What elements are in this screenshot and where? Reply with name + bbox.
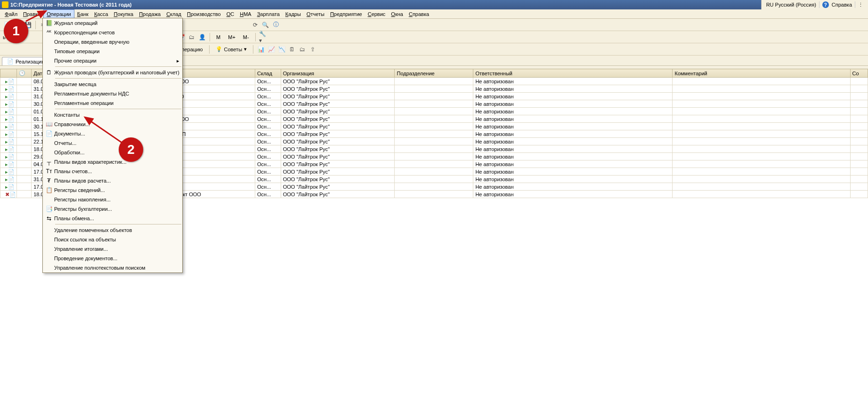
chart-icon[interactable]: 📊 <box>257 45 265 54</box>
menu-кадры[interactable]: Кадры <box>283 9 304 18</box>
separator <box>855 1 855 8</box>
cell <box>850 130 868 138</box>
menu-банк[interactable]: Банк <box>74 9 91 18</box>
cell <box>395 168 473 176</box>
menu-предприятие[interactable]: Предприятие <box>327 9 365 18</box>
chart5-icon[interactable]: 🗂 <box>298 45 307 54</box>
menu-item[interactable]: 📗Журнал операций <box>43 18 182 28</box>
cell <box>673 138 850 145</box>
refresh-icon[interactable]: ⟳ <box>251 21 260 29</box>
menu-item[interactable]: Поиск ссылок на объекты <box>43 235 182 244</box>
cell: ООО "Лайтрок Рус" <box>281 138 395 145</box>
window-title: 1С:Предприятие - Новая Тестовая (с 2011 … <box>10 2 131 8</box>
menu-item[interactable]: Закрытие месяца <box>43 80 182 89</box>
menu-продажа[interactable]: Продажа <box>136 9 163 18</box>
language-indicator[interactable]: RU Русский (Россия) <box>766 2 816 8</box>
cell <box>673 123 850 130</box>
separator <box>210 33 210 41</box>
mem-mplus[interactable]: M+ <box>225 33 238 41</box>
card-icon[interactable]: 🗂 <box>187 33 196 41</box>
menu-item[interactable]: Операции, введенные вручную <box>43 37 182 47</box>
cell: ООО "Лайтрок Рус" <box>281 160 395 168</box>
cell <box>395 160 473 168</box>
menu-item[interactable]: 📄Документы... <box>43 129 182 138</box>
menu-separator <box>55 78 181 79</box>
cell: Осн... <box>255 85 281 93</box>
user-icon[interactable]: 👤 <box>198 33 206 41</box>
col-header[interactable]: Со <box>850 69 868 78</box>
menu-item[interactable]: Константы <box>43 110 182 120</box>
menu-item[interactable]: Прочие операции▸ <box>43 56 182 65</box>
chart6-icon[interactable]: ⇪ <box>308 45 317 54</box>
sovety-button[interactable]: 💡 Советы ▾ <box>213 45 250 53</box>
col-header[interactable]: Комментарий <box>673 69 850 78</box>
menu-ос[interactable]: ОС <box>224 9 237 18</box>
menu-покупка[interactable]: Покупка <box>111 9 137 18</box>
menu-item[interactable]: ТтПланы счетов... <box>43 167 182 176</box>
menu-item[interactable]: Отчеты... <box>43 138 182 148</box>
cell <box>850 168 868 176</box>
chart4-icon[interactable]: 🗓 <box>288 45 296 54</box>
cell: ООО "Лайтрок Рус" <box>281 78 395 85</box>
menu-item-label: Планы видов расчета... <box>54 178 179 184</box>
menu-item[interactable]: ┬Планы видов характеристик... <box>43 157 182 167</box>
col-header[interactable] <box>0 69 17 78</box>
menu-item[interactable]: Типовые операции <box>43 47 182 56</box>
cell <box>673 145 850 153</box>
menu-item[interactable]: Регистры накопления... <box>43 195 182 204</box>
tool-icon[interactable]: 🔧▾ <box>259 33 268 41</box>
menu-правка[interactable]: Правка <box>20 9 43 18</box>
menu-item-icon: Тт <box>44 168 54 175</box>
menu-зарплата[interactable]: Зарплата <box>254 9 283 18</box>
menu-файл[interactable]: Файл <box>2 9 20 18</box>
chart3-icon[interactable]: 📉 <box>277 45 286 54</box>
menu-item[interactable]: ₮Планы видов расчета... <box>43 176 182 185</box>
menu-item[interactable]: Управление полнотекстовым поиском <box>43 263 182 272</box>
separator <box>253 45 253 54</box>
menu-item[interactable]: Регламентные операции <box>43 98 182 108</box>
find-icon[interactable]: 🔍 <box>261 21 270 29</box>
col-header[interactable]: Организация <box>281 69 395 78</box>
menu-item-icon: 📑 <box>44 206 54 212</box>
mem-m[interactable]: M <box>213 33 223 41</box>
menu-item[interactable]: Проведение документов... <box>43 254 182 263</box>
cell <box>850 93 868 100</box>
menu-item[interactable]: 📋Регистры сведений... <box>43 185 182 195</box>
menu-item[interactable]: Управление итогами... <box>43 244 182 254</box>
menu-item[interactable]: 📖Справочники... <box>43 120 182 129</box>
col-header[interactable]: 🕒 <box>16 69 32 78</box>
menu-item-icon: 📄 <box>44 130 54 137</box>
cell <box>673 130 850 138</box>
help-icon[interactable]: ? <box>822 1 829 8</box>
menu-item[interactable]: Обработки... <box>43 148 182 157</box>
menu-склад[interactable]: Склад <box>163 9 184 18</box>
menu-касса[interactable]: Касса <box>91 9 111 18</box>
help-link[interactable]: Справка <box>832 2 852 8</box>
col-header[interactable]: Склад <box>255 69 281 78</box>
cell <box>850 183 868 191</box>
col-header[interactable]: Ответственный <box>473 69 673 78</box>
col-header[interactable]: Подразделение <box>395 69 473 78</box>
cell <box>395 183 473 191</box>
menu-окна[interactable]: Окна <box>388 9 406 18</box>
menu-item[interactable]: ᴬᴷКорреспонденции счетов <box>43 28 182 37</box>
row-status-icon: ▸📄 <box>0 78 17 85</box>
menu-сервис[interactable]: Сервис <box>365 9 389 18</box>
cell: Не авторизован <box>473 100 673 108</box>
menu-производство[interactable]: Производство <box>184 9 224 18</box>
chart2-icon[interactable]: 📈 <box>267 45 276 54</box>
menu-справка[interactable]: Справка <box>406 9 432 18</box>
menu-item[interactable]: Регламентные документы НДС <box>43 89 182 98</box>
menu-item[interactable]: Удаление помеченных объектов <box>43 225 182 235</box>
top-right-bar: RU Русский (Россия) ? Справка ⋮ <box>761 0 868 9</box>
menu-dots-icon[interactable]: ⋮ <box>858 2 863 8</box>
menu-item[interactable]: 📑Регистры бухгалтерии... <box>43 204 182 214</box>
mem-mminus[interactable]: M- <box>240 33 252 41</box>
menu-операции[interactable]: Операции <box>43 9 74 18</box>
menu-item[interactable]: 🗒Журнал проводок (бухгалтерский и налого… <box>43 68 182 77</box>
menu-item[interactable]: ⇆Планы обмена... <box>43 214 182 223</box>
menu-отчеты[interactable]: Отчеты <box>304 9 327 18</box>
menu-нма[interactable]: НМА <box>237 9 254 18</box>
info-icon[interactable]: ⓘ <box>272 21 280 29</box>
cell <box>395 93 473 100</box>
